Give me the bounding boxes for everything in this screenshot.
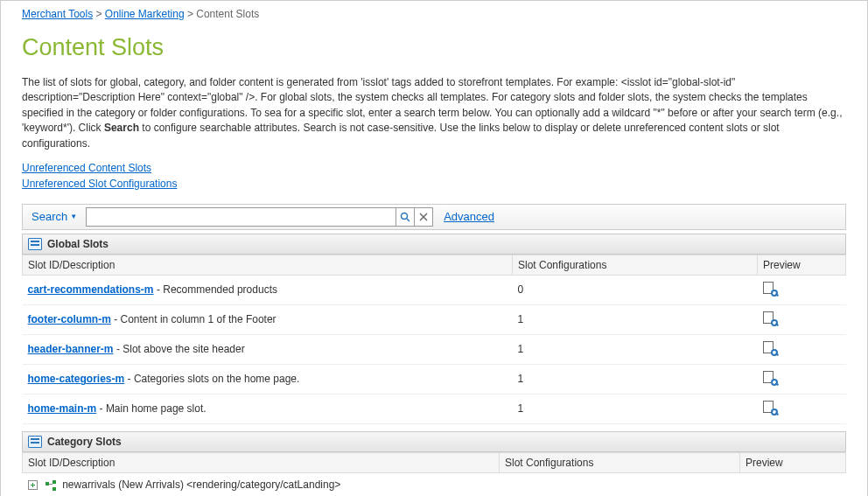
global-slots-title: Global Slots [47,238,108,250]
col-slot-id[interactable]: Slot ID/Description [23,452,500,472]
search-input[interactable] [86,207,396,227]
breadcrumb-sep: > [96,8,105,20]
slot-link-cart-recommendations[interactable]: cart-recommendations-m [28,283,154,296]
preview-icon[interactable] [763,311,777,325]
slot-desc: - Main home page slot. [100,402,206,415]
category-slots-title: Category Slots [47,436,122,448]
close-icon [419,213,428,221]
category-slots-section: Category Slots Slot ID/Description Slot … [22,431,846,496]
unreferenced-content-slots-link[interactable]: Unreferenced Content Slots [22,160,846,176]
slot-desc: - Slot above the site header [116,343,245,355]
slot-desc: - Recommended products [157,283,277,296]
slot-desc-text: Recommended products [163,283,277,296]
section-icon [28,238,42,250]
slot-link-header-banner[interactable]: header-banner-m [28,343,114,355]
preview-icon[interactable] [763,371,777,385]
col-slot-configurations[interactable]: Slot Configurations [513,255,758,275]
table-row: header-banner-m - Slot above the site he… [23,334,846,364]
table-row: cart-recommendations-m - Recommended pro… [23,275,846,304]
preview-icon[interactable] [763,341,777,355]
page-title: Content Slots [1,24,867,68]
slot-config-count: 1 [513,334,758,364]
unreferenced-slot-configs-link[interactable]: Unreferenced Slot Configurations [22,176,846,192]
preview-icon[interactable] [763,282,777,296]
table-row: home-categories-m - Categories slots on … [23,364,846,394]
slot-config-count: 1 [513,394,758,423]
slot-config-count: 1 [513,364,758,394]
search-button[interactable] [396,207,415,227]
col-preview[interactable]: Preview [740,452,846,472]
chevron-down-icon: ▼ [70,213,77,220]
slot-desc: - Categories slots on the home page. [128,373,300,385]
search-label-text: Search [32,210,67,223]
col-preview[interactable]: Preview [758,255,846,275]
breadcrumb-online-marketing[interactable]: Online Marketing [105,8,185,20]
slot-desc: - Content in column 1 of the Footer [114,313,276,325]
breadcrumb-sep: > [187,8,196,20]
slot-link-home-main[interactable]: home-main-m [28,402,97,415]
search-icon [400,212,410,222]
slot-desc-text: Main home page slot. [106,402,206,415]
intro-bold: Search [104,122,139,134]
table-row: home-main-m - Main home page slot. 1 [23,394,846,423]
global-slots-table: Slot ID/Description Slot Configurations … [22,255,846,424]
global-slots-header: Global Slots [22,234,846,255]
table-row: newarrivals (New Arrivals) <rendering/ca… [23,472,846,496]
category-slots-header: Category Slots [22,431,846,452]
category-slots-table: Slot ID/Description Slot Configurations … [22,452,846,496]
slot-config-count: 1 [513,304,758,334]
col-slot-configurations[interactable]: Slot Configurations [500,452,740,472]
clear-search-button[interactable] [414,207,433,227]
intro-text: The list of slots for global, category, … [1,68,867,151]
table-row: footer-column-m - Content in column 1 of… [23,304,846,334]
search-bar: Search ▼ Advanced [22,204,846,230]
slot-desc-text: Slot above the site header [122,343,244,355]
breadcrumb: Merchant Tools > Online Marketing > Cont… [1,1,867,24]
col-slot-id[interactable]: Slot ID/Description [23,255,513,275]
category-row-label: newarrivals (New Arrivals) <rendering/ca… [62,479,340,491]
slot-link-footer-column[interactable]: footer-column-m [28,313,111,325]
preview-icon[interactable] [763,401,777,415]
breadcrumb-current: Content Slots [196,8,259,20]
slot-link-home-categories[interactable]: home-categories-m [28,373,125,385]
search-dropdown[interactable]: Search ▼ [23,210,86,223]
breadcrumb-merchant-tools[interactable]: Merchant Tools [22,8,93,20]
svg-line-1 [407,219,410,221]
advanced-search-link[interactable]: Advanced [433,210,505,223]
expand-icon[interactable] [28,480,38,490]
slot-desc-text: Content in column 1 of the Footer [121,313,276,325]
slot-config-count: 0 [513,275,758,304]
svg-point-0 [402,213,408,219]
unreferenced-links: Unreferenced Content Slots Unreferenced … [1,151,867,200]
tree-icon [46,480,56,491]
section-icon [28,436,42,448]
global-slots-section: Global Slots Slot ID/Description Slot Co… [22,234,846,424]
slot-desc-text: Categories slots on the home page. [134,373,299,385]
